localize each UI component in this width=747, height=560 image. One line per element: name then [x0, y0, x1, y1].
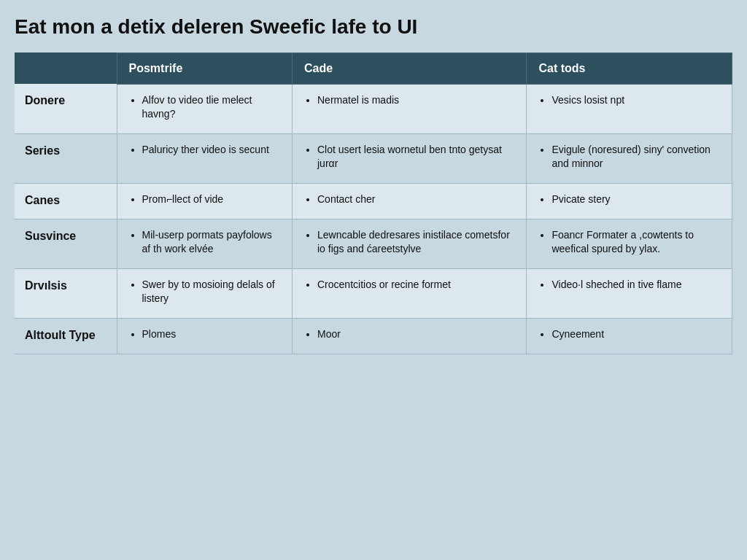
table-header-row: Posmtrife Cade Cat tods — [15, 52, 732, 84]
cell-item: Mil-userp pormats payfolows af th work e… — [142, 228, 281, 257]
table-row: DrvılsisSwer by to mosioing delals of li… — [15, 268, 732, 318]
row-header-donere: Donere — [15, 84, 117, 133]
cell-row5-col1: Moor — [293, 318, 527, 354]
cell-row0-col2: Vesics losist npt — [527, 84, 732, 133]
cell-row4-col1: Crocentcitios or recine formet — [293, 268, 527, 318]
row-header-susvince: Susvince — [15, 219, 117, 268]
row-header-drvılsis: Drvılsis — [15, 268, 117, 318]
table-row: SeriesPaluricy ther video is secuntClot … — [15, 133, 732, 183]
cell-item: Pvicate stery — [551, 192, 720, 207]
col-header-cade: Cade — [293, 52, 527, 84]
cell-item: Foancr Formater a ,cowtents to weefical … — [551, 228, 720, 257]
cell-item: Alfov to video tlie melect havng? — [142, 93, 281, 122]
cell-row5-col2: Cyneement — [527, 318, 732, 354]
cell-row3-col0: Mil-userp pormats payfolows af th work e… — [117, 219, 293, 268]
cell-row1-col1: Clot usert lesia wornetul ben tnto getys… — [293, 133, 527, 183]
cell-item: Crocentcitios or recine formet — [317, 278, 514, 292]
cell-row0-col1: Nermatel is madis — [293, 84, 527, 133]
comparison-table: Posmtrife Cade Cat tods DonereAlfov to v… — [15, 52, 732, 354]
cell-row2-col2: Pvicate stery — [527, 183, 732, 219]
cell-item: Moor — [317, 327, 514, 342]
cell-row5-col0: Plomes — [117, 318, 293, 354]
cell-item: Paluricy ther video is secunt — [142, 143, 281, 158]
cell-item: Vesics losist npt — [551, 93, 720, 108]
cell-row4-col2: Video·l sheched in tive flame — [527, 268, 732, 318]
page-title: Eat mon a detix deleren Sweefic lafe to … — [15, 15, 732, 39]
table-row: CanesProm⌐llect of videContact cherPvica… — [15, 183, 732, 219]
cell-row2-col1: Contact cher — [293, 183, 527, 219]
row-header-alttoult-type: Alttoult Type — [15, 318, 117, 354]
table-row: SusvinceMil-userp pormats payfolows af t… — [15, 219, 732, 268]
cell-item: Nermatel is madis — [317, 93, 514, 108]
cell-row0-col0: Alfov to video tlie melect havng? — [117, 84, 293, 133]
cell-row2-col0: Prom⌐llect of vide — [117, 183, 293, 219]
cell-item: Video·l sheched in tive flame — [551, 278, 720, 292]
table-row: DonereAlfov to video tlie melect havng?N… — [15, 84, 732, 133]
cell-row3-col1: Lewncable dedresares inistilace cometsfo… — [293, 219, 527, 268]
cell-item: Evigule (noresured) siny' convetion and … — [551, 143, 720, 171]
col-header-posmtrife: Posmtrife — [117, 52, 293, 84]
cell-item: Clot usert lesia wornetul ben tnto getys… — [317, 143, 514, 171]
cell-item: Lewncable dedresares inistilace cometsfo… — [317, 228, 514, 257]
cell-item: Contact cher — [317, 192, 514, 207]
cell-item: Swer by to mosioing delals of listery — [142, 278, 281, 306]
cell-row3-col2: Foancr Formater a ,cowtents to weefical … — [527, 219, 732, 268]
cell-row1-col2: Evigule (noresured) siny' convetion and … — [527, 133, 732, 183]
cell-row4-col0: Swer by to mosioing delals of listery — [117, 268, 293, 318]
cell-item: Plomes — [142, 327, 281, 342]
cell-item: Prom⌐llect of vide — [142, 192, 281, 207]
col-header-cattods: Cat tods — [527, 52, 732, 84]
col-header-empty — [15, 52, 117, 84]
row-header-series: Series — [15, 133, 117, 183]
cell-row1-col0: Paluricy ther video is secunt — [117, 133, 293, 183]
row-header-canes: Canes — [15, 183, 117, 219]
cell-item: Cyneement — [551, 327, 720, 342]
table-row: Alttoult TypePlomesMoorCyneement — [15, 318, 732, 354]
